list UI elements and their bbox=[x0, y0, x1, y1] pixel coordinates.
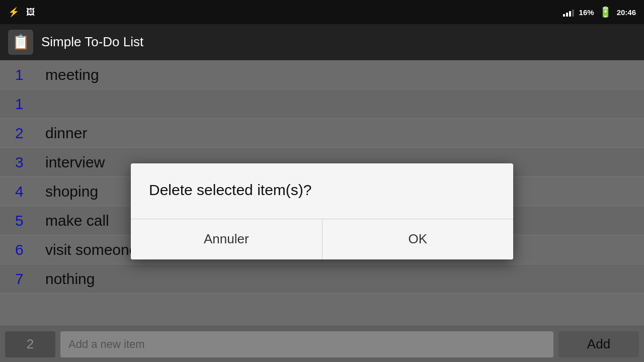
status-bar-right: 16% 🔋 20:46 bbox=[563, 6, 636, 18]
status-bar-left: ⚡ 🖼 bbox=[8, 7, 35, 18]
app-bar: 📋 Simple To-Do List bbox=[0, 24, 644, 60]
battery-percent: 16% bbox=[579, 8, 594, 17]
app-icon: 📋 bbox=[8, 30, 33, 55]
signal-bars-icon bbox=[563, 8, 574, 17]
usb-icon: ⚡ bbox=[8, 7, 19, 18]
battery-icon: 🔋 bbox=[599, 6, 612, 18]
app-title: Simple To-Do List bbox=[41, 34, 143, 50]
dialog-message: Delete selected item(s)? bbox=[131, 163, 513, 219]
image-icon: 🖼 bbox=[26, 7, 35, 18]
main-content: 1meeting12dinner3interview4shoping5make … bbox=[0, 60, 644, 362]
app-icon-glyph: 📋 bbox=[12, 34, 30, 50]
dialog-buttons: Annuler OK bbox=[131, 219, 513, 259]
clock: 20:46 bbox=[617, 8, 636, 17]
ok-button[interactable]: OK bbox=[323, 219, 514, 259]
status-bar: ⚡ 🖼 16% 🔋 20:46 bbox=[0, 0, 644, 24]
cancel-button[interactable]: Annuler bbox=[131, 219, 323, 259]
dialog-overlay: Delete selected item(s)? Annuler OK bbox=[0, 60, 644, 362]
delete-dialog: Delete selected item(s)? Annuler OK bbox=[131, 163, 513, 259]
